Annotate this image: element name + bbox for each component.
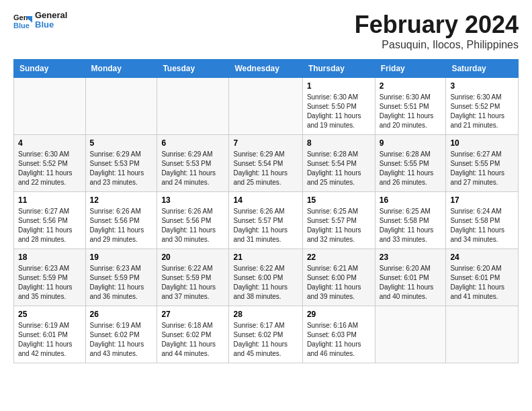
day-info: Sunrise: 6:23 AM Sunset: 5:59 PM Dayligh… [18, 264, 81, 302]
calendar-cell: 26Sunrise: 6:19 AM Sunset: 6:02 PM Dayli… [85, 306, 157, 363]
logo-icon: General Blue [13, 11, 32, 30]
day-number: 18 [18, 253, 81, 262]
header-day-sunday: Sunday [14, 60, 86, 78]
calendar-cell [85, 78, 157, 135]
calendar-cell: 24Sunrise: 6:20 AM Sunset: 6:01 PM Dayli… [446, 249, 519, 306]
day-number: 10 [450, 138, 514, 148]
day-number: 29 [307, 310, 371, 319]
day-info: Sunrise: 6:28 AM Sunset: 5:54 PM Dayligh… [307, 150, 371, 187]
day-info: Sunrise: 6:21 AM Sunset: 6:00 PM Dayligh… [307, 264, 371, 302]
day-info: Sunrise: 6:18 AM Sunset: 6:02 PM Dayligh… [161, 321, 224, 359]
calendar-cell: 1Sunrise: 6:30 AM Sunset: 5:50 PM Daylig… [302, 78, 375, 135]
title-area: February 2024 Pasuquin, Ilocos, Philippi… [355, 11, 519, 51]
day-number: 16 [380, 195, 442, 205]
header-day-saturday: Saturday [446, 60, 519, 78]
day-info: Sunrise: 6:22 AM Sunset: 5:59 PM Dayligh… [161, 264, 224, 302]
day-number: 14 [233, 195, 298, 205]
calendar-cell: 12Sunrise: 6:26 AM Sunset: 5:56 PM Dayli… [85, 192, 157, 249]
calendar-cell: 17Sunrise: 6:24 AM Sunset: 5:58 PM Dayli… [446, 192, 519, 249]
header-row: SundayMondayTuesdayWednesdayThursdayFrid… [14, 60, 519, 78]
day-number: 13 [161, 195, 224, 205]
day-number: 26 [90, 310, 153, 319]
calendar-cell: 23Sunrise: 6:20 AM Sunset: 6:01 PM Dayli… [375, 249, 446, 306]
day-info: Sunrise: 6:26 AM Sunset: 5:56 PM Dayligh… [161, 207, 224, 244]
day-number: 1 [307, 81, 371, 91]
day-info: Sunrise: 6:27 AM Sunset: 5:56 PM Dayligh… [18, 207, 81, 244]
day-number: 22 [307, 253, 371, 262]
calendar-cell: 28Sunrise: 6:17 AM Sunset: 6:02 PM Dayli… [229, 306, 302, 363]
day-number: 23 [380, 253, 442, 262]
calendar-cell: 16Sunrise: 6:25 AM Sunset: 5:58 PM Dayli… [375, 192, 446, 249]
day-info: Sunrise: 6:26 AM Sunset: 5:56 PM Dayligh… [90, 207, 153, 244]
calendar-cell [157, 78, 229, 135]
header-area: General Blue General Blue February 2024 … [13, 11, 519, 51]
header-day-tuesday: Tuesday [157, 60, 229, 78]
header-day-thursday: Thursday [302, 60, 375, 78]
day-number: 24 [450, 253, 514, 262]
day-number: 28 [233, 310, 298, 319]
logo-blue: Blue [35, 19, 54, 30]
calendar-cell: 5Sunrise: 6:29 AM Sunset: 5:53 PM Daylig… [85, 135, 157, 192]
calendar-cell: 21Sunrise: 6:22 AM Sunset: 6:00 PM Dayli… [229, 249, 302, 306]
logo-general: General [35, 10, 67, 20]
day-info: Sunrise: 6:23 AM Sunset: 5:59 PM Dayligh… [90, 264, 153, 302]
month-title: February 2024 [355, 11, 519, 39]
calendar-cell [14, 78, 86, 135]
day-info: Sunrise: 6:24 AM Sunset: 5:58 PM Dayligh… [450, 207, 514, 244]
calendar-cell: 6Sunrise: 6:29 AM Sunset: 5:53 PM Daylig… [157, 135, 229, 192]
calendar-cell: 4Sunrise: 6:30 AM Sunset: 5:52 PM Daylig… [14, 135, 86, 192]
week-row-1: 1Sunrise: 6:30 AM Sunset: 5:50 PM Daylig… [14, 78, 519, 135]
day-info: Sunrise: 6:27 AM Sunset: 5:55 PM Dayligh… [450, 150, 514, 187]
calendar-cell: 22Sunrise: 6:21 AM Sunset: 6:00 PM Dayli… [302, 249, 375, 306]
header-day-wednesday: Wednesday [229, 60, 302, 78]
day-info: Sunrise: 6:25 AM Sunset: 5:58 PM Dayligh… [380, 207, 442, 244]
calendar-cell: 3Sunrise: 6:30 AM Sunset: 5:52 PM Daylig… [446, 78, 519, 135]
calendar-cell [229, 78, 302, 135]
day-number: 7 [233, 138, 298, 148]
day-number: 19 [90, 253, 153, 262]
calendar-cell: 9Sunrise: 6:28 AM Sunset: 5:55 PM Daylig… [375, 135, 446, 192]
calendar-cell [375, 306, 446, 363]
day-number: 15 [307, 195, 371, 205]
day-number: 3 [450, 81, 514, 91]
calendar-cell: 18Sunrise: 6:23 AM Sunset: 5:59 PM Dayli… [14, 249, 86, 306]
day-number: 27 [161, 310, 224, 319]
day-info: Sunrise: 6:29 AM Sunset: 5:54 PM Dayligh… [233, 150, 298, 187]
day-number: 17 [450, 195, 514, 205]
day-info: Sunrise: 6:30 AM Sunset: 5:52 PM Dayligh… [450, 93, 514, 130]
calendar-cell: 20Sunrise: 6:22 AM Sunset: 5:59 PM Dayli… [157, 249, 229, 306]
day-info: Sunrise: 6:26 AM Sunset: 5:57 PM Dayligh… [233, 207, 298, 244]
day-number: 25 [18, 310, 81, 319]
header-day-friday: Friday [375, 60, 446, 78]
day-number: 9 [380, 138, 442, 148]
calendar-cell: 27Sunrise: 6:18 AM Sunset: 6:02 PM Dayli… [157, 306, 229, 363]
day-info: Sunrise: 6:17 AM Sunset: 6:02 PM Dayligh… [233, 321, 298, 359]
header-day-monday: Monday [85, 60, 157, 78]
day-info: Sunrise: 6:28 AM Sunset: 5:55 PM Dayligh… [380, 150, 442, 187]
logo: General Blue General Blue [13, 11, 67, 30]
calendar-cell: 15Sunrise: 6:25 AM Sunset: 5:57 PM Dayli… [302, 192, 375, 249]
calendar-cell: 29Sunrise: 6:16 AM Sunset: 6:03 PM Dayli… [302, 306, 375, 363]
week-row-2: 4Sunrise: 6:30 AM Sunset: 5:52 PM Daylig… [14, 135, 519, 192]
calendar-cell: 19Sunrise: 6:23 AM Sunset: 5:59 PM Dayli… [85, 249, 157, 306]
day-info: Sunrise: 6:22 AM Sunset: 6:00 PM Dayligh… [233, 264, 298, 302]
calendar-table: SundayMondayTuesdayWednesdayThursdayFrid… [13, 59, 519, 363]
calendar-cell: 8Sunrise: 6:28 AM Sunset: 5:54 PM Daylig… [302, 135, 375, 192]
day-number: 11 [18, 195, 81, 205]
day-info: Sunrise: 6:20 AM Sunset: 6:01 PM Dayligh… [450, 264, 514, 302]
calendar-cell: 7Sunrise: 6:29 AM Sunset: 5:54 PM Daylig… [229, 135, 302, 192]
day-number: 8 [307, 138, 371, 148]
day-info: Sunrise: 6:29 AM Sunset: 5:53 PM Dayligh… [90, 150, 153, 187]
day-number: 4 [18, 138, 81, 148]
week-row-3: 11Sunrise: 6:27 AM Sunset: 5:56 PM Dayli… [14, 192, 519, 249]
day-info: Sunrise: 6:19 AM Sunset: 6:01 PM Dayligh… [18, 321, 81, 359]
calendar-cell: 25Sunrise: 6:19 AM Sunset: 6:01 PM Dayli… [14, 306, 86, 363]
calendar-cell [446, 306, 519, 363]
calendar-cell: 11Sunrise: 6:27 AM Sunset: 5:56 PM Dayli… [14, 192, 86, 249]
day-info: Sunrise: 6:16 AM Sunset: 6:03 PM Dayligh… [307, 321, 371, 359]
day-number: 5 [90, 138, 153, 148]
week-row-4: 18Sunrise: 6:23 AM Sunset: 5:59 PM Dayli… [14, 249, 519, 306]
calendar-cell: 2Sunrise: 6:30 AM Sunset: 5:51 PM Daylig… [375, 78, 446, 135]
day-info: Sunrise: 6:30 AM Sunset: 5:51 PM Dayligh… [380, 93, 442, 130]
day-number: 2 [380, 81, 442, 91]
